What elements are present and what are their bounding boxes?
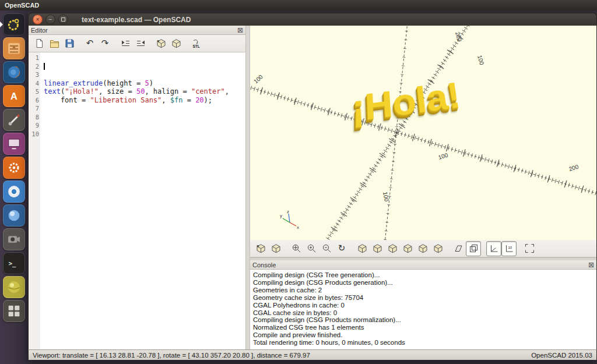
launcher-item-firefox[interactable]	[3, 61, 25, 83]
view-view-front-button[interactable]	[415, 241, 430, 256]
axis-tick-label: 100	[382, 191, 390, 202]
launcher-item-openscad[interactable]	[3, 13, 25, 36]
line-number: 9	[29, 121, 41, 130]
view-render-button[interactable]	[268, 241, 283, 256]
view-reset-view-button[interactable]: ↻	[334, 241, 349, 256]
console-pane-title: Console	[252, 261, 276, 268]
editor-new-file-button[interactable]	[31, 36, 47, 51]
editor-export-stl-button[interactable]: STL	[189, 36, 204, 51]
view-view-top-button[interactable]	[370, 241, 385, 256]
console-line: Normalized CSG tree has 1 elements	[253, 324, 594, 331]
code-editor[interactable]: 1234linear_extrude(height = 5)5text("¡Ho…	[29, 52, 245, 349]
console-pane-header[interactable]: Console ⊠	[250, 260, 596, 270]
launcher-item-screen-recorder[interactable]	[3, 228, 25, 250]
view-show-axes-button[interactable]	[486, 241, 501, 256]
toolbar-separator	[77, 43, 82, 44]
view-view-back-button[interactable]	[430, 241, 445, 256]
svg-text:>_: >_	[9, 260, 16, 267]
console-dock-close-button[interactable]: ⊠	[588, 261, 594, 268]
console-line: CGAL Polyhedrons in cache: 0	[253, 302, 594, 309]
view-view-left-button[interactable]	[400, 241, 415, 256]
view-view-right-button[interactable]	[354, 241, 370, 256]
editor-render-button[interactable]	[168, 36, 184, 51]
launcher-item-web-browser[interactable]	[3, 204, 25, 227]
editor-preview-button[interactable]: »	[153, 36, 168, 51]
code-line-text	[41, 121, 44, 130]
axis-tick-label: 200	[454, 31, 463, 43]
code-line: 2	[29, 62, 245, 71]
window-title: text-example.scad — OpenSCAD	[82, 16, 191, 24]
svg-text:»: »	[157, 38, 160, 44]
view-view-bottom-button[interactable]	[385, 241, 400, 256]
viewport-toolbar: »↻10	[250, 240, 596, 257]
editor-undo-button[interactable]: ↶	[82, 36, 97, 51]
console-line: Compiling design (CSG Products generatio…	[253, 279, 594, 287]
line-number: 4	[29, 79, 41, 88]
axis-tick-label: 100	[252, 73, 264, 85]
unity-launcher: A>_	[0, 10, 28, 364]
code-line-text	[41, 130, 44, 139]
editor-indent-button[interactable]	[118, 36, 133, 51]
window-maximize-button[interactable]	[58, 15, 68, 24]
view-zoom-in-button[interactable]	[304, 241, 319, 256]
launcher-item-system-settings[interactable]	[3, 109, 25, 131]
z-axis-label: z	[287, 210, 289, 214]
view-zoom-all-button[interactable]	[289, 241, 304, 256]
launcher-item-game[interactable]	[3, 276, 25, 298]
axis-tick-label: 100	[476, 55, 485, 66]
vertical-splitter[interactable]	[245, 26, 250, 349]
view-orthogonal-view-button[interactable]	[466, 241, 481, 256]
view-preview-button[interactable]: »	[253, 241, 268, 256]
axis-indicator: z y x	[279, 210, 300, 231]
launcher-item-software-center[interactable]: A	[3, 85, 25, 107]
editor-pane-title: Editor	[31, 27, 48, 34]
editor-dock-close-button[interactable]: ⊠	[237, 27, 243, 34]
top-bar-app-title: OpenSCAD	[5, 2, 39, 9]
toolbar-separator	[481, 248, 486, 249]
editor-pane: Editor ⊠ ↶↷»STL 1234linear_extrude(heigh…	[29, 26, 245, 349]
openscad-window: × − text-example.scad — OpenSCAD Editor …	[28, 13, 597, 360]
svg-text:»: »	[257, 243, 259, 249]
view-show-scale-markers-button[interactable]: 10	[501, 241, 517, 256]
editor-pane-header[interactable]: Editor ⊠	[29, 26, 245, 35]
console-line: Geometries in cache: 2	[253, 287, 594, 294]
editor-redo-button[interactable]: ↷	[97, 36, 113, 51]
code-line: 4linear_extrude(height = 5)	[29, 79, 245, 88]
window-close-button[interactable]: ×	[33, 15, 43, 24]
view-view-all-button[interactable]	[522, 241, 537, 256]
line-number: 6	[29, 96, 41, 105]
code-line-text	[41, 54, 44, 62]
view-perspective-view-button[interactable]	[451, 241, 466, 256]
launcher-item-files[interactable]	[3, 37, 25, 59]
toolbar-separator	[517, 248, 522, 249]
editor-unindent-button[interactable]	[133, 36, 148, 51]
window-minimize-button[interactable]: −	[45, 15, 55, 24]
line-number: 3	[29, 70, 41, 79]
toolbar-separator	[445, 248, 451, 249]
line-number: 8	[29, 113, 41, 122]
launcher-item-terminal[interactable]: >_	[3, 252, 25, 274]
code-line: 3	[29, 70, 245, 79]
code-line-text	[41, 104, 44, 113]
status-bar: Viewport: translate = [ 16.13 28.81 -20.…	[28, 349, 597, 360]
console-line: Compiling design (CSG Tree generation)..…	[253, 271, 594, 279]
editor-toolbar: ↶↷»STL	[29, 35, 245, 52]
launcher-item-workspace-switcher[interactable]	[3, 300, 25, 322]
launcher-item-package-manager[interactable]	[3, 157, 25, 179]
launcher-item-media-player[interactable]	[3, 133, 25, 155]
code-line-text	[41, 113, 44, 122]
console-output[interactable]: Compiling design (CSG Tree generation)..…	[250, 270, 596, 349]
code-line-text: font = "Liberation Sans", $fn = 20);	[41, 96, 212, 105]
3d-viewport[interactable]: 100 200 100 200 100 100 ¡Hola! z y	[250, 26, 596, 240]
code-line: 1	[29, 54, 245, 62]
code-line: 8	[29, 113, 245, 122]
line-number: 5	[29, 87, 41, 96]
viewport-status-text: Viewport: translate = [ 16.13 28.81 -20.…	[33, 352, 310, 359]
code-line-text	[41, 70, 44, 79]
toolbar-separator	[113, 43, 118, 44]
editor-open-file-button[interactable]	[47, 36, 62, 51]
launcher-item-chromium[interactable]	[3, 181, 25, 203]
editor-save-file-button[interactable]	[62, 36, 77, 51]
window-titlebar[interactable]: × − text-example.scad — OpenSCAD	[28, 13, 597, 26]
view-zoom-out-button[interactable]	[319, 241, 334, 256]
